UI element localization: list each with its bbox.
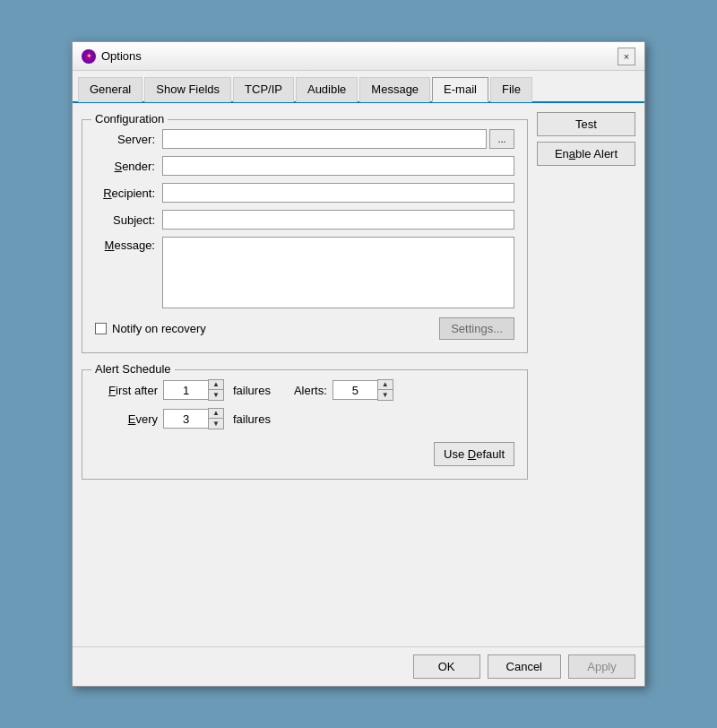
bottom-buttons: OK Cancel Apply	[73, 646, 644, 686]
alerts-up[interactable]: ▲	[378, 380, 393, 390]
schedule-bottom: Use Default	[95, 437, 514, 466]
server-label: Server:	[95, 133, 162, 146]
app-icon	[82, 49, 96, 64]
recipient-label: Recipient:	[95, 186, 162, 200]
subject-input[interactable]	[162, 210, 514, 230]
first-after-up[interactable]: ▲	[209, 380, 223, 390]
alerts-down[interactable]: ▼	[378, 390, 393, 400]
dialog-title: Options	[101, 49, 142, 63]
message-textarea[interactable]	[162, 237, 514, 308]
server-input-group: ...	[162, 129, 514, 149]
tab-tcp-ip[interactable]: TCP/IP	[233, 77, 294, 102]
notify-left: Notify on recovery	[95, 322, 206, 335]
tab-email[interactable]: E-mail	[432, 77, 488, 102]
use-default-button[interactable]: Use Default	[434, 442, 514, 466]
server-input[interactable]	[162, 129, 487, 149]
message-label: Message:	[95, 237, 162, 252]
tab-file[interactable]: File	[490, 77, 532, 102]
config-label: Configuration	[91, 112, 168, 126]
every-down[interactable]: ▼	[209, 419, 223, 429]
title-bar-left: Options	[82, 49, 142, 64]
side-panel: Test Enable Alert	[537, 112, 635, 637]
notify-row: Notify on recovery Settings...	[95, 317, 514, 340]
first-after-suffix: failures	[233, 384, 271, 397]
every-row: Every ▲ ▼ failures	[95, 408, 514, 429]
config-groupbox: Configuration Server: ... Sender: Rec	[82, 119, 528, 353]
first-after-down[interactable]: ▼	[209, 390, 223, 400]
settings-button[interactable]: Settings...	[439, 317, 514, 340]
tab-audible[interactable]: Audible	[296, 77, 358, 102]
alerts-label: Alerts:	[294, 384, 327, 397]
alerts-spin-btns: ▲ ▼	[377, 379, 393, 401]
alerts-group: Alerts: ▲ ▼	[294, 379, 393, 401]
every-up[interactable]: ▲	[209, 409, 223, 419]
tab-show-fields[interactable]: Show Fields	[144, 77, 231, 102]
enable-alert-button[interactable]: Enable Alert	[537, 142, 635, 166]
message-section: Message:	[95, 237, 514, 308]
first-after-row: First after ▲ ▼ failures Alerts:	[95, 379, 514, 401]
content-area: Configuration Server: ... Sender: Rec	[73, 103, 644, 646]
alerts-input[interactable]	[333, 380, 377, 400]
server-row: Server: ...	[95, 129, 514, 149]
notify-label: Notify on recovery	[112, 322, 206, 335]
schedule-groupbox: Alert Schedule First after ▲ ▼ failures …	[82, 369, 528, 480]
first-after-spinner: ▲ ▼	[163, 379, 224, 401]
alerts-spinner: ▲ ▼	[333, 379, 393, 401]
apply-button[interactable]: Apply	[568, 654, 635, 679]
every-spinner: ▲ ▼	[163, 408, 224, 429]
browse-button[interactable]: ...	[489, 129, 514, 149]
subject-label: Subject:	[95, 213, 162, 227]
every-suffix: failures	[233, 412, 271, 426]
test-button[interactable]: Test	[537, 112, 635, 136]
subject-row: Subject:	[95, 210, 514, 230]
every-label: Every	[95, 412, 158, 426]
sender-input[interactable]	[162, 156, 514, 176]
schedule-label: Alert Schedule	[91, 362, 175, 376]
sender-row: Sender:	[95, 156, 514, 176]
recipient-input[interactable]	[162, 183, 514, 203]
main-panel: Configuration Server: ... Sender: Rec	[82, 112, 528, 637]
notify-checkbox[interactable]	[95, 323, 107, 334]
tab-message[interactable]: Message	[359, 77, 430, 102]
first-after-label: First after	[95, 384, 158, 397]
ok-button[interactable]: OK	[413, 654, 480, 679]
recipient-row: Recipient:	[95, 183, 514, 203]
close-button[interactable]: ×	[618, 48, 635, 65]
first-after-spin-btns: ▲ ▼	[208, 379, 224, 401]
title-bar: Options ×	[73, 42, 644, 71]
every-spin-btns: ▲ ▼	[208, 408, 224, 429]
tab-bar: General Show Fields TCP/IP Audible Messa…	[73, 71, 644, 103]
options-dialog: Options × General Show Fields TCP/IP Aud…	[72, 41, 645, 687]
every-input[interactable]	[163, 409, 208, 429]
cancel-button[interactable]: Cancel	[488, 654, 561, 679]
first-after-input[interactable]	[163, 380, 208, 400]
tab-general[interactable]: General	[78, 77, 143, 102]
sender-label: Sender:	[95, 160, 162, 173]
